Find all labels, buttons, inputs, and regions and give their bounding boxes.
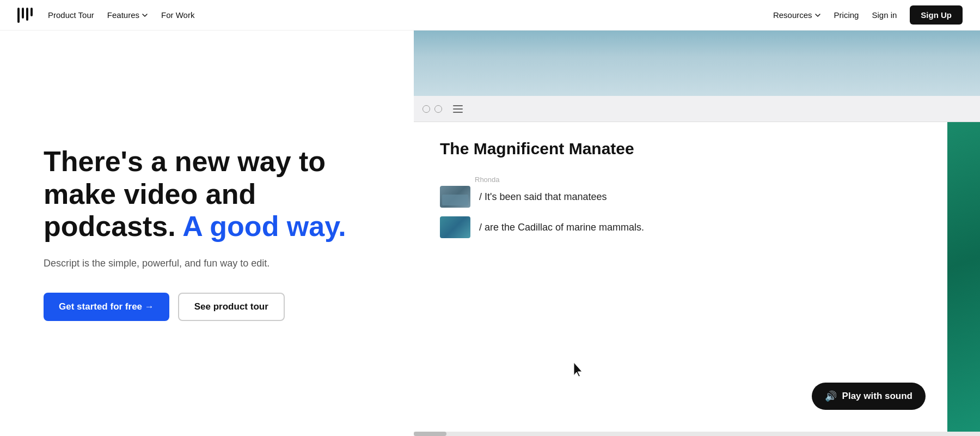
transcript-row-2: / are the Cadillac of marine mammals. xyxy=(440,216,921,238)
nav-product-tour[interactable]: Product Tour xyxy=(48,10,94,20)
ocean-banner xyxy=(414,31,980,96)
svg-rect-1 xyxy=(22,8,24,19)
media-panel xyxy=(947,122,980,436)
logo[interactable] xyxy=(17,8,33,23)
get-started-button[interactable]: Get started for free → xyxy=(44,293,169,321)
scrollbar-thumb[interactable] xyxy=(414,432,446,436)
hero-section: There's a new way to make video and podc… xyxy=(0,31,414,436)
nav-signup-button[interactable]: Sign Up xyxy=(910,5,963,25)
document-title: The Magnificent Manatee xyxy=(440,140,921,158)
hero-subtitle: Descript is the simple, powerful, and fu… xyxy=(44,256,370,271)
transcript-text-2: / are the Cadillac of marine mammals. xyxy=(479,222,644,233)
thumbnail-2 xyxy=(440,216,470,238)
scrollbar-track xyxy=(414,432,980,436)
see-product-tour-button[interactable]: See product tour xyxy=(178,293,285,321)
nav-left: Product Tour Features For Work xyxy=(48,10,194,20)
features-chevron-icon xyxy=(142,12,148,19)
svg-rect-3 xyxy=(30,8,33,16)
nav-features[interactable]: Features xyxy=(107,10,148,20)
nav-right: Resources Pricing Sign in Sign Up xyxy=(773,5,963,25)
transcript-row-1: / It's been said that manatees xyxy=(440,186,921,208)
toolbar-circles xyxy=(422,105,442,113)
app-window: ⊞ 🖼 T The Magnificent Manatee Rhonda / I… xyxy=(414,31,980,436)
media-panel-content xyxy=(947,122,980,436)
toolbar-circle-2 xyxy=(434,105,442,113)
hero-title-accent: A good way. xyxy=(182,210,346,242)
toolbar: ⊞ 🖼 T xyxy=(414,96,980,122)
navigation: Product Tour Features For Work Resources… xyxy=(0,0,980,31)
svg-rect-0 xyxy=(17,8,20,23)
play-with-sound-button[interactable]: 🔊 Play with sound xyxy=(812,383,926,410)
resources-chevron-icon xyxy=(814,12,821,19)
hamburger-icon[interactable] xyxy=(453,105,463,113)
speaker-section: Rhonda / It's been said that manatees / … xyxy=(440,175,921,238)
hero-buttons: Get started for free → See product tour xyxy=(44,293,370,321)
app-preview-area: ⊞ 🖼 T The Magnificent Manatee Rhonda / I… xyxy=(414,31,980,436)
nav-resources[interactable]: Resources xyxy=(773,10,821,20)
toolbar-circle-1 xyxy=(422,105,430,113)
main-content: There's a new way to make video and podc… xyxy=(0,31,980,436)
cursor xyxy=(572,361,585,379)
svg-rect-2 xyxy=(26,8,28,21)
nav-pricing[interactable]: Pricing xyxy=(834,10,859,20)
nav-for-work[interactable]: For Work xyxy=(161,10,194,20)
transcript-text-1: / It's been said that manatees xyxy=(479,191,607,203)
speaker-icon: 🔊 xyxy=(825,390,837,402)
nav-signin[interactable]: Sign in xyxy=(872,10,897,20)
speaker-label: Rhonda xyxy=(475,175,921,184)
thumbnail-1 xyxy=(440,186,470,208)
hero-title: There's a new way to make video and podc… xyxy=(44,146,370,243)
